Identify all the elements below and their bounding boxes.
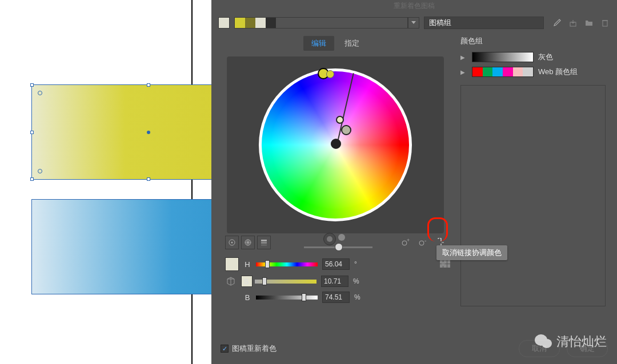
display-mode-2[interactable] xyxy=(338,234,345,241)
recolor-dialog: 重新着色图稿 编辑 指定 xyxy=(211,0,617,364)
svg-point-4 xyxy=(231,242,233,244)
brightness-thumb[interactable] xyxy=(335,243,343,251)
display-mode-1[interactable] xyxy=(323,233,336,245)
chevron-right-icon: ▶ xyxy=(460,54,467,60)
artboard-edge xyxy=(191,0,193,364)
eyedropper-icon[interactable] xyxy=(552,18,562,28)
trash-icon[interactable] xyxy=(600,18,610,28)
dialog-title: 重新着色图稿 xyxy=(211,0,617,12)
wheel-handle-3[interactable] xyxy=(341,125,351,135)
remove-color-icon[interactable]: - xyxy=(417,237,428,248)
cancel-button[interactable]: 取消 xyxy=(519,340,560,357)
svg-point-15 xyxy=(419,241,424,245)
svg-rect-1 xyxy=(603,21,607,26)
add-color-icon[interactable]: + xyxy=(400,237,411,248)
artboard xyxy=(0,0,211,364)
color-wheel-area xyxy=(227,56,444,233)
wheel-handle-1b[interactable] xyxy=(326,70,334,78)
tab-assign[interactable]: 指定 xyxy=(336,36,367,51)
wheel-bars-button[interactable] xyxy=(257,236,271,249)
color-group-web[interactable]: ▶ Web 颜色组 xyxy=(460,64,610,79)
preset-input[interactable] xyxy=(424,17,544,29)
chevron-right-icon: ▶ xyxy=(460,69,467,75)
tab-edit[interactable]: 编辑 xyxy=(303,36,334,51)
s-value[interactable] xyxy=(321,276,348,287)
swatch-dropdown[interactable] xyxy=(408,17,419,29)
wheel-segmented-button[interactable] xyxy=(241,236,255,249)
mode-tabs: 编辑 指定 xyxy=(218,36,452,51)
recolor-checkbox[interactable]: ✓ 图稿重新着色 xyxy=(221,343,277,354)
current-swatch[interactable] xyxy=(218,17,230,29)
swatch-grid-icon[interactable] xyxy=(440,260,450,268)
svg-rect-12 xyxy=(261,244,267,246)
ok-button[interactable]: 确定 xyxy=(567,340,608,357)
h-label: H xyxy=(243,260,251,269)
color-group-list xyxy=(460,85,606,306)
dialog-footer: ✓ 图稿重新着色 取消 确定 xyxy=(211,333,617,364)
toolbar xyxy=(211,12,617,34)
b-label: B xyxy=(243,293,251,302)
swatch-row[interactable] xyxy=(234,17,408,29)
wheel-center[interactable] xyxy=(331,139,341,149)
svg-rect-10 xyxy=(261,240,267,241)
checkbox-icon: ✓ xyxy=(221,345,229,353)
hsb-new-swatch xyxy=(225,257,239,271)
h-value[interactable] xyxy=(322,258,350,270)
b-slider[interactable] xyxy=(256,296,318,300)
svg-text:+: + xyxy=(407,238,410,243)
b-value[interactable] xyxy=(322,292,350,303)
svg-point-13 xyxy=(402,241,407,245)
s-label: S xyxy=(242,277,250,286)
color-group-gray[interactable]: ▶ 灰色 xyxy=(460,50,610,64)
folder-icon[interactable] xyxy=(584,18,594,28)
h-slider[interactable] xyxy=(256,262,318,266)
svg-text:-: - xyxy=(424,238,426,244)
svg-rect-11 xyxy=(261,242,267,244)
chevron-down-icon xyxy=(411,21,416,25)
hsb-sliders: H ° ≡ S % B xyxy=(218,254,452,303)
brightness-slider-area xyxy=(304,236,372,249)
tooltip: 取消链接协调颜色 xyxy=(436,245,507,260)
s-slider[interactable] xyxy=(255,280,316,284)
wheel-smooth-button[interactable] xyxy=(225,236,239,249)
color-wheel[interactable] xyxy=(259,68,412,221)
save-group-icon[interactable] xyxy=(568,18,578,28)
color-groups-title: 颜色组 xyxy=(460,36,610,46)
wheel-handle-2[interactable] xyxy=(336,116,344,124)
cube-icon xyxy=(225,276,237,287)
